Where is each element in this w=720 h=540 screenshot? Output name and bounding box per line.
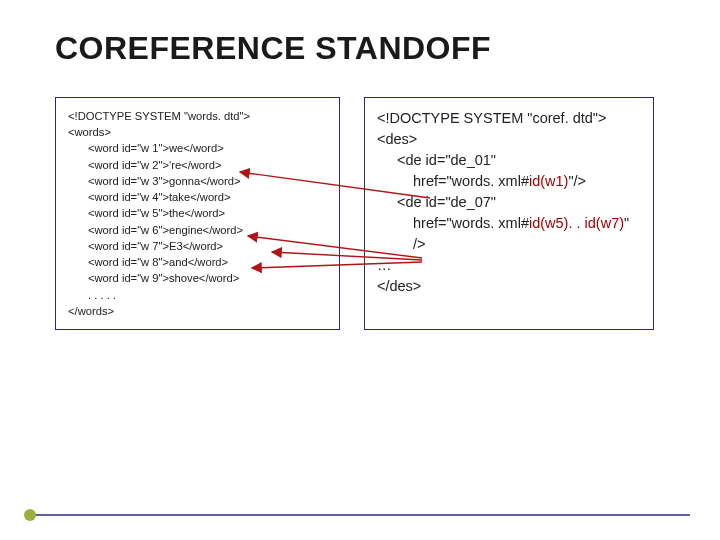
text: "/>	[568, 173, 586, 189]
code-line: <word id="w 1">we</word>	[68, 140, 327, 156]
footer-bullet-icon	[24, 509, 36, 521]
slide-title: COREFERENCE STANDOFF	[0, 0, 720, 67]
code-line: <de id="de_07"	[377, 192, 641, 213]
code-line: <word id="w 5">the</word>	[68, 205, 327, 221]
content-row: <!DOCTYPE SYSTEM "words. dtd"> <words> <…	[0, 67, 720, 330]
code-line: />	[377, 234, 641, 255]
code-line: <word id="w 9">shove</word>	[68, 270, 327, 286]
code-line: <de id="de_01"	[377, 150, 641, 171]
text: "	[624, 215, 629, 231]
words-xml-box: <!DOCTYPE SYSTEM "words. dtd"> <words> <…	[55, 97, 340, 330]
code-line: <word id="w 4">take</word>	[68, 189, 327, 205]
footer-divider	[30, 514, 690, 516]
code-line: <word id="w 7">E3</word>	[68, 238, 327, 254]
code-line: . . . . .	[68, 287, 327, 303]
code-line: <word id="w 8">and</word>	[68, 254, 327, 270]
text: href="words. xml#	[413, 173, 529, 189]
code-line: <des>	[377, 129, 641, 150]
code-line: </words>	[68, 303, 327, 319]
code-line: href="words. xml#id(w1)"/>	[377, 171, 641, 192]
code-line: <word id="w 3">gonna</word>	[68, 173, 327, 189]
code-line: <word id="w 2">'re</word>	[68, 157, 327, 173]
code-line: <word id="w 6">engine</word>	[68, 222, 327, 238]
code-line: …	[377, 255, 641, 276]
code-line: <!DOCTYPE SYSTEM "words. dtd">	[68, 108, 327, 124]
code-line: <!DOCTYPE SYSTEM "coref. dtd">	[377, 108, 641, 129]
code-line: <words>	[68, 124, 327, 140]
code-line: </des>	[377, 276, 641, 297]
highlight-id: id(w1)	[529, 173, 568, 189]
coref-xml-box: <!DOCTYPE SYSTEM "coref. dtd"> <des> <de…	[364, 97, 654, 330]
code-line: href="words. xml#id(w5). . id(w7)"	[377, 213, 641, 234]
highlight-id: id(w5). . id(w7)	[529, 215, 624, 231]
text: href="words. xml#	[413, 215, 529, 231]
